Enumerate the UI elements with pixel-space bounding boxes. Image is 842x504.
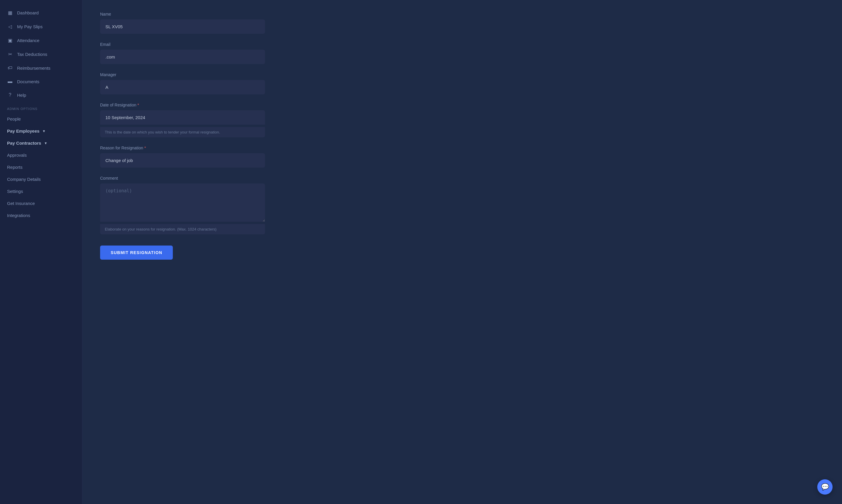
chat-icon: 💬: [821, 483, 829, 491]
my-pay-slips-icon: ◁: [7, 24, 13, 30]
chat-bubble[interactable]: 💬: [817, 479, 832, 494]
date-label: Date of Resignation *: [100, 103, 824, 107]
admin-item-label: Integrations: [7, 213, 30, 218]
admin-item-approvals[interactable]: Approvals: [0, 149, 82, 161]
name-label: Name: [100, 12, 824, 16]
admin-item-label: Pay Employees: [7, 128, 39, 133]
admin-item-pay-contractors[interactable]: Pay Contractors▾: [0, 137, 82, 149]
reimbursements-icon: 🏷: [7, 65, 13, 71]
sidebar-item-reimbursements[interactable]: 🏷 Reimbursements: [0, 61, 82, 75]
admin-item-label: Settings: [7, 189, 23, 194]
sidebar-item-dashboard[interactable]: ▦ Dashboard: [0, 6, 82, 20]
admin-item-label: Pay Contractors: [7, 141, 41, 146]
sidebar-item-documents[interactable]: ▬ Documents: [0, 75, 82, 88]
manager-input[interactable]: [100, 80, 265, 94]
manager-label: Manager: [100, 72, 824, 77]
tax-deductions-icon: ✂: [7, 52, 13, 57]
admin-item-people[interactable]: People: [0, 113, 82, 125]
comment-label: Comment: [100, 176, 824, 181]
sidebar-item-label: Dashboard: [17, 10, 38, 15]
reason-group: Reason for Resignation *: [100, 146, 824, 168]
submit-resignation-button[interactable]: SUBMIT RESIGNATION: [100, 246, 173, 260]
comment-group: Comment Elaborate on your reasons for re…: [100, 176, 824, 234]
sidebar-item-label: Documents: [17, 79, 39, 84]
chevron-down-icon: ▾: [43, 129, 45, 133]
name-group: Name: [100, 12, 824, 34]
admin-item-label: Company Details: [7, 177, 41, 182]
admin-item-label: Reports: [7, 165, 23, 170]
admin-item-label: Get Insurance: [7, 201, 35, 206]
admin-item-integrations[interactable]: Integrations: [0, 209, 82, 221]
sidebar: ▦ Dashboard ◁ My Pay Slips ▣ Attendance …: [0, 0, 83, 504]
manager-group: Manager: [100, 72, 824, 94]
admin-section-label: ADMIN OPTIONS: [0, 102, 82, 113]
comment-textarea[interactable]: [100, 183, 265, 222]
admin-item-label: People: [7, 116, 21, 122]
help-icon: ?: [7, 92, 13, 97]
sidebar-item-label: Reimbursements: [17, 66, 50, 71]
date-input[interactable]: [100, 110, 265, 125]
dashboard-icon: ▦: [7, 10, 13, 16]
admin-item-pay-employees[interactable]: Pay Employees▾: [0, 125, 82, 137]
sidebar-item-help[interactable]: ? Help: [0, 88, 82, 102]
admin-item-reports[interactable]: Reports: [0, 161, 82, 173]
sidebar-item-label: Help: [17, 93, 26, 97]
admin-item-company-details[interactable]: Company Details: [0, 173, 82, 185]
main-content: Name Email Manager Date of Resignation *…: [83, 0, 842, 504]
sidebar-item-tax-deductions[interactable]: ✂ Tax Deductions: [0, 47, 82, 61]
admin-item-get-insurance[interactable]: Get Insurance: [0, 197, 82, 209]
sidebar-item-my-pay-slips[interactable]: ◁ My Pay Slips: [0, 20, 82, 34]
comment-hint: Elaborate on your reasons for resignatio…: [100, 224, 265, 234]
attendance-icon: ▣: [7, 38, 13, 43]
admin-item-label: Approvals: [7, 152, 27, 158]
email-input[interactable]: [100, 50, 265, 64]
reason-input[interactable]: [100, 153, 265, 168]
reason-label: Reason for Resignation *: [100, 146, 824, 150]
admin-item-settings[interactable]: Settings: [0, 185, 82, 197]
date-hint: This is the date on which you wish to te…: [100, 127, 265, 137]
email-label: Email: [100, 42, 824, 47]
documents-icon: ▬: [7, 79, 13, 84]
name-input[interactable]: [100, 19, 265, 34]
sidebar-item-label: Tax Deductions: [17, 52, 47, 57]
email-group: Email: [100, 42, 824, 64]
date-group: Date of Resignation * This is the date o…: [100, 103, 824, 137]
sidebar-item-label: My Pay Slips: [17, 24, 43, 29]
sidebar-item-attendance[interactable]: ▣ Attendance: [0, 34, 82, 47]
chevron-down-icon: ▾: [45, 141, 47, 145]
sidebar-item-label: Attendance: [17, 38, 39, 43]
